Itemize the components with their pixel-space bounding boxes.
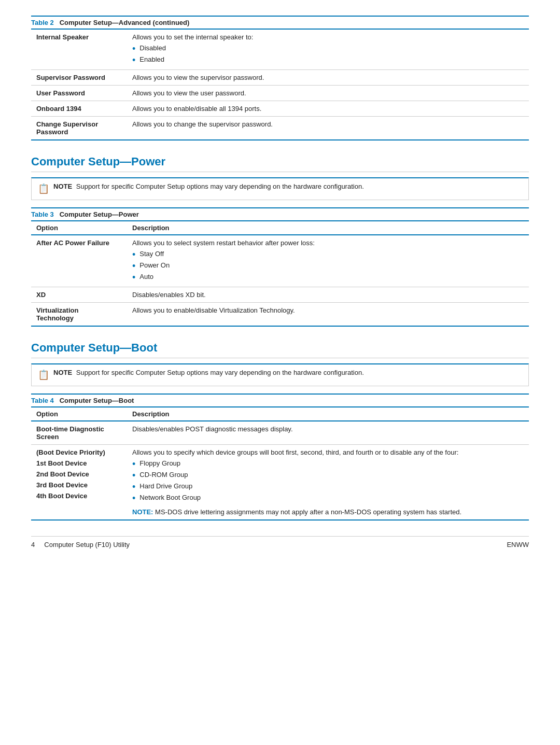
table3: Option Description After AC Power Failur… — [31, 220, 529, 327]
option-cell: (Boot Device Priority)1st Boot Device2nd… — [31, 445, 127, 521]
option-cell: XD — [31, 287, 127, 303]
table-row: After AC Power Failure Allows you to sel… — [31, 235, 529, 287]
table-row: Internal Speaker Allows you to set the i… — [31, 29, 529, 70]
table3-title-separator — [55, 210, 58, 218]
desc-cell: Allows you to select system restart beha… — [127, 235, 529, 287]
table-row: XD Disables/enables XD bit. — [31, 287, 529, 303]
desc-cell: Allows you to set the internal speaker t… — [127, 29, 529, 70]
table4-title-separator — [55, 397, 58, 404]
table4: Option Description Boot-time DiagnosticS… — [31, 406, 529, 521]
section-power-heading: Computer Setup—Power — [31, 155, 529, 172]
footer-right: ENWW — [507, 541, 529, 549]
boot-note-content: NOTE Support for specific Computer Setup… — [53, 369, 364, 376]
table2-title-separator — [55, 19, 58, 26]
footer-left: 4 Computer Setup (F10) Utility — [31, 541, 130, 549]
table-row: User Password Allows you to view the use… — [31, 86, 529, 101]
table3-col-option: Option — [31, 221, 127, 235]
desc-cell: Allows you to change the supervisor pass… — [127, 117, 529, 140]
footer-page-label: Computer Setup (F10) Utility — [44, 541, 130, 549]
table-row: Boot-time DiagnosticScreen Disables/enab… — [31, 421, 529, 445]
power-note-label: NOTE — [53, 182, 72, 190]
desc-cell: Allows you to specify which device group… — [127, 445, 529, 521]
option-cell: Change SupervisorPassword — [31, 117, 127, 140]
note-icon-power: 📋 — [38, 182, 49, 195]
desc-cell: Allows you to enable/disable Virtualizat… — [127, 303, 529, 327]
option-cell: Internal Speaker — [31, 29, 127, 70]
table4-header: Option Description — [31, 407, 529, 421]
desc-cell: Disables/enables XD bit. — [127, 287, 529, 303]
table3-title-bar: Table 3 Computer Setup—Power — [31, 207, 529, 220]
boot-note-label: NOTE — [53, 369, 72, 376]
footer-page-num: 4 — [31, 541, 35, 549]
table4-name: Computer Setup—Boot — [60, 397, 134, 404]
boot-note-box: 📋 NOTE Support for specific Computer Set… — [31, 363, 529, 386]
desc-cell: Allows you to view the user password. — [127, 86, 529, 101]
desc-cell: Disables/enables POST diagnostic message… — [127, 421, 529, 445]
table2: Internal Speaker Allows you to set the i… — [31, 29, 529, 140]
table-row: Change SupervisorPassword Allows you to … — [31, 117, 529, 140]
table3-name: Computer Setup—Power — [60, 210, 139, 218]
table-row: Supervisor Password Allows you to view t… — [31, 70, 529, 86]
power-note-box: 📋 NOTE Support for specific Computer Set… — [31, 177, 529, 200]
table3-col-desc: Description — [127, 221, 529, 235]
table4-col-option: Option — [31, 407, 127, 421]
page-footer: 4 Computer Setup (F10) Utility ENWW — [31, 536, 529, 549]
desc-cell: Allows you to enable/disable all 1394 po… — [127, 101, 529, 117]
option-cell: User Password — [31, 86, 127, 101]
boot-note-text: Support for specific Computer Setup opti… — [76, 369, 364, 376]
option-cell: Onboard 1394 — [31, 101, 127, 117]
option-cell: Boot-time DiagnosticScreen — [31, 421, 127, 445]
section-boot-heading: Computer Setup—Boot — [31, 341, 529, 358]
option-cell: VirtualizationTechnology — [31, 303, 127, 327]
table3-num: Table 3 — [31, 210, 54, 218]
table-row: VirtualizationTechnology Allows you to e… — [31, 303, 529, 327]
table2-name: Computer Setup—Advanced (continued) — [60, 19, 190, 26]
table-row: Onboard 1394 Allows you to enable/disabl… — [31, 101, 529, 117]
table2-title-bar: Table 2 Computer Setup—Advanced (continu… — [31, 16, 529, 29]
option-cell: Supervisor Password — [31, 70, 127, 86]
table4-num: Table 4 — [31, 397, 54, 404]
option-cell: After AC Power Failure — [31, 235, 127, 287]
table4-title-bar: Table 4 Computer Setup—Boot — [31, 393, 529, 406]
desc-cell: Allows you to view the supervisor passwo… — [127, 70, 529, 86]
table3-header: Option Description — [31, 221, 529, 235]
note-icon-boot: 📋 — [38, 369, 49, 382]
table-row: (Boot Device Priority)1st Boot Device2nd… — [31, 445, 529, 521]
power-note-content: NOTE Support for specific Computer Setup… — [53, 182, 364, 190]
table2-num: Table 2 — [31, 19, 54, 26]
table4-col-desc: Description — [127, 407, 529, 421]
power-note-text: Support for specific Computer Setup opti… — [76, 182, 364, 190]
